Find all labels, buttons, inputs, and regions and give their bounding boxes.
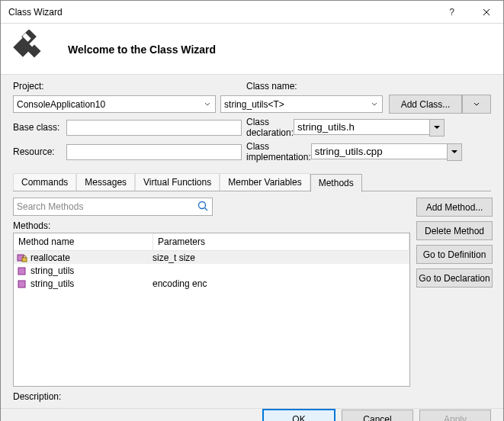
close-icon [483,8,490,16]
method-name-cell: string_utils [30,278,74,289]
resource-field[interactable] [66,144,242,160]
project-label: Project: [13,81,66,92]
svg-line-7 [205,208,208,211]
column-header-method-name[interactable]: Method name [14,233,153,250]
method-params-cell: encoding enc [151,278,409,289]
tab-messages[interactable]: Messages [76,173,135,191]
class-implementation-dropdown-button[interactable] [447,143,462,161]
tab-member-variables[interactable]: Member Variables [220,173,310,191]
dialog-footer: OK Cancel Apply [1,408,503,421]
chevron-down-icon [201,96,213,112]
window-title: Class Wizard [8,7,435,18]
method-icon [17,265,27,276]
base-class-label: Base class: [13,122,66,133]
wizard-logo-icon [13,30,47,63]
svg-point-6 [199,202,206,209]
tab-content-methods: Search Methods Methods: Method name Para… [13,191,491,402]
project-combo-value: ConsoleApplication10 [17,99,105,110]
grid-row[interactable]: reallocate size_t size [14,251,409,264]
search-icon [197,200,209,212]
methods-grid[interactable]: Method name Parameters reallocate size_t… [13,233,410,387]
svg-rect-11 [18,281,25,288]
chevron-down-icon [368,96,380,112]
chevron-down-icon [474,101,480,108]
dialog-body: Project: Class name: ConsoleApplication1… [1,74,503,408]
class-declaration-field[interactable] [294,119,429,135]
add-class-dropdown-button[interactable] [462,95,491,114]
grid-row[interactable]: string_utils encoding enc [14,277,409,290]
tab-strip: Commands Messages Virtual Functions Memb… [13,173,491,191]
triangle-down-icon [434,126,440,129]
svg-rect-10 [18,268,25,275]
svg-marker-5 [451,150,457,153]
help-button[interactable]: ? [435,1,469,23]
class-declaration-dropdown-button[interactable] [429,119,445,137]
tab-methods[interactable]: Methods [310,174,362,192]
welcome-heading: Welcome to the Class Wizard [68,37,216,56]
method-name-cell: reallocate [30,252,70,263]
svg-rect-9 [22,258,27,262]
method-lock-icon [17,252,27,263]
class-declaration-label: Class declaration: [246,117,294,138]
add-class-split-button[interactable]: Add Class... [389,95,491,114]
method-name-cell: string_utils [30,265,74,276]
class-name-label: Class name: [246,81,330,92]
class-name-combo-value: string_utils<T> [224,99,284,110]
cancel-button[interactable]: Cancel [342,410,413,421]
grid-header: Method name Parameters [14,233,409,251]
class-implementation-label: Class implementation: [246,141,311,162]
titlebar: Class Wizard ? [1,1,503,24]
column-header-parameters[interactable]: Parameters [153,233,409,250]
svg-marker-4 [434,126,440,129]
class-wizard-dialog: Class Wizard ? Welcome to the Class Wiza… [0,0,504,421]
method-params-cell: size_t size [151,252,409,263]
delete-method-button[interactable]: Delete Method [416,221,493,240]
goto-definition-button[interactable]: Go to Definition [416,245,493,264]
goto-declaration-button[interactable]: Go to Declaration [416,268,493,288]
search-methods-input[interactable]: Search Methods [13,198,213,216]
project-combo[interactable]: ConsoleApplication10 [13,95,216,113]
method-icon [17,278,27,289]
class-name-combo[interactable]: string_utils<T> [220,95,383,113]
resource-label: Resource: [13,146,66,157]
methods-button-panel: Add Method... Delete Method Go to Defini… [416,198,491,402]
base-class-field[interactable] [66,120,242,136]
methods-label: Methods: [13,220,410,231]
tab-virtual-functions[interactable]: Virtual Functions [135,173,220,191]
header: Welcome to the Class Wizard [1,24,503,74]
triangle-down-icon [451,150,457,153]
add-method-button[interactable]: Add Method... [416,198,493,217]
description-label: Description: [13,391,410,402]
tab-commands[interactable]: Commands [13,173,76,191]
apply-button[interactable]: Apply [419,410,491,421]
add-class-button[interactable]: Add Class... [389,95,462,114]
grid-row[interactable]: string_utils [14,264,409,277]
class-implementation-field[interactable] [311,143,447,159]
search-placeholder: Search Methods [17,201,83,212]
close-button[interactable] [469,1,503,23]
ok-button[interactable]: OK [262,409,335,421]
